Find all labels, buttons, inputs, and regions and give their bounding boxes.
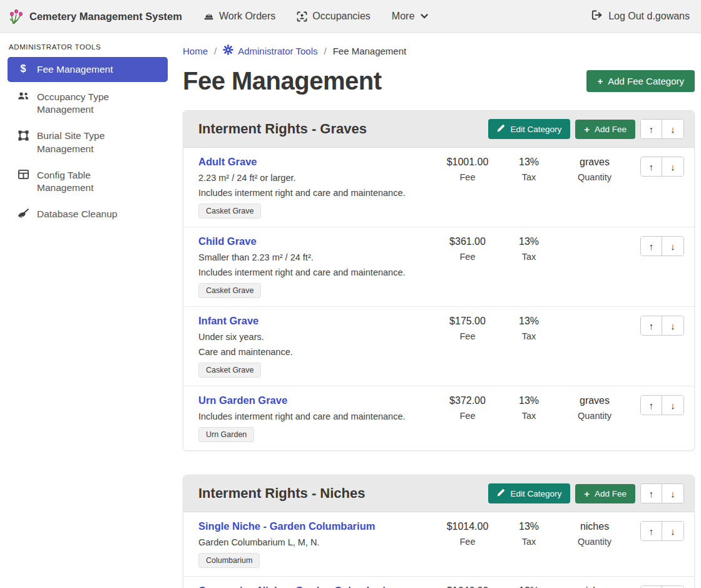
add-fee-category-button[interactable]: + Add Fee Category — [586, 70, 695, 92]
fee-amount: $1646.00 — [435, 585, 500, 588]
fee-name-link[interactable]: Single Niche - Garden Columbarium — [198, 520, 375, 532]
fee-name-link[interactable]: Urn Garden Grave — [198, 395, 287, 406]
breadcrumb-home-link[interactable]: Home — [183, 46, 208, 56]
plus-icon: + — [584, 125, 590, 134]
add-fee-button[interactable]: + Add Fee — [575, 120, 635, 139]
move-fee-down-button[interactable]: ↓ — [662, 522, 683, 540]
sidebar-item-occupancy-type-management[interactable]: Occupancy Type Management — [8, 86, 168, 121]
fee-row: Single Niche - Garden Columbarium Garden… — [183, 512, 694, 577]
move-fee-up-button[interactable]: ↑ — [641, 316, 662, 335]
fee-name-link[interactable]: Companion Niche - Garden Columbarium — [198, 585, 401, 588]
fee-description: 2.23 m² / 24 ft² or larger. — [198, 173, 429, 183]
fee-name-link[interactable]: Infant Grave — [198, 315, 258, 327]
fee-row: Adult Grave 2.23 m² / 24 ft² or larger. … — [183, 148, 694, 227]
sidebar-item-label: Fee Management — [37, 63, 113, 76]
occupancies-frame-person-icon — [297, 11, 307, 22]
plus-icon: + — [584, 489, 590, 498]
fee-quantity: graves — [558, 157, 632, 168]
fee-tax: 13% — [500, 236, 558, 247]
category-reorder-group: ↑ ↓ — [640, 119, 684, 139]
nav-links: Work Orders Occupancies More — [203, 11, 428, 22]
gear-icon — [223, 44, 233, 57]
fee-amount-label: Fee — [435, 537, 500, 547]
fee-name-link[interactable]: Child Grave — [198, 235, 257, 247]
nav-occupancies[interactable]: Occupancies — [297, 11, 371, 22]
fee-type-badge: Casket Grave — [198, 204, 261, 219]
move-category-up-button[interactable]: ↑ — [641, 484, 662, 503]
sidebar-item-label: Config Table Management — [37, 169, 147, 194]
fee-quantity: niches — [558, 585, 632, 588]
fee-row: Infant Grave Under six years. Care and m… — [183, 307, 694, 386]
fee-tax-label: Tax — [500, 172, 558, 182]
move-fee-up-button[interactable]: ↑ — [641, 237, 662, 255]
sidebar-item-config-table-management[interactable]: Config Table Management — [8, 164, 168, 199]
breadcrumb-admin-tools-link[interactable]: Administrator Tools — [223, 44, 317, 57]
fee-amount: $361.00 — [435, 236, 500, 247]
breadcrumb: Home / Administrator Tools / Fee Manag — [183, 44, 695, 57]
fee-tax-label: Tax — [500, 331, 558, 341]
fee-quantity: niches — [558, 521, 632, 532]
fee-amount-label: Fee — [435, 331, 500, 341]
fee-tax-label: Tax — [500, 537, 558, 547]
breadcrumb-current: Fee Management — [333, 46, 407, 56]
sidebar-item-fee-management[interactable]: $ Fee Management — [8, 57, 168, 82]
fee-amount: $1001.00 — [435, 157, 500, 168]
fee-quantity-label: Quantity — [558, 172, 632, 182]
sidebar-item-label: Burial Site Type Management — [37, 130, 147, 155]
fee-quantity-label: Quantity — [558, 537, 632, 547]
move-fee-up-button[interactable]: ↑ — [641, 396, 662, 415]
sidebar-item-burial-site-type-management[interactable]: Burial Site Type Management — [8, 125, 168, 160]
move-fee-up-button[interactable]: ↑ — [641, 157, 662, 176]
fee-description: Smaller than 2.23 m² / 24 ft². — [198, 252, 429, 262]
category-reorder-group: ↑ ↓ — [640, 483, 684, 503]
fee-name-link[interactable]: Adult Grave — [198, 156, 257, 168]
breadcrumb-separator: / — [214, 46, 217, 56]
table-icon — [16, 170, 30, 179]
fee-description: Includes interment right and care and ma… — [198, 411, 429, 421]
move-category-down-button[interactable]: ↓ — [662, 120, 683, 138]
move-fee-down-button[interactable]: ↓ — [662, 396, 683, 415]
pencil-icon — [497, 488, 505, 498]
edit-category-button[interactable]: Edit Category — [488, 483, 570, 503]
fee-tax: 13% — [500, 395, 558, 406]
fee-amount-label: Fee — [435, 411, 500, 421]
category-title: Interment Rights - Graves — [198, 121, 488, 137]
vector-square-icon — [16, 130, 30, 141]
fee-amount: $1014.00 — [435, 521, 500, 532]
sidebar-item-label: Occupancy Type Management — [37, 91, 147, 116]
edit-category-label: Edit Category — [510, 489, 561, 498]
add-fee-button[interactable]: + Add Fee — [575, 484, 635, 503]
app-brand[interactable]: Cemetery Management System — [8, 6, 182, 27]
top-navbar: Cemetery Management System Work Orders — [0, 0, 701, 33]
sign-out-icon — [591, 10, 603, 23]
logout-label: Log Out d.gowans — [608, 11, 690, 22]
fee-reorder-group: ↑ ↓ — [640, 157, 684, 177]
hard-hat-icon — [203, 11, 214, 21]
fee-tax: 13% — [500, 585, 558, 588]
move-fee-down-button[interactable]: ↓ — [662, 316, 683, 335]
move-fee-up-button[interactable]: ↑ — [641, 522, 662, 540]
fee-row: Child Grave Smaller than 2.23 m² / 24 ft… — [183, 227, 694, 307]
edit-category-button[interactable]: Edit Category — [488, 119, 570, 139]
broom-icon — [16, 209, 30, 219]
move-category-up-button[interactable]: ↑ — [641, 120, 662, 138]
fee-type-badge: Columbarium — [198, 553, 260, 568]
fee-tax-label: Tax — [500, 252, 558, 262]
pencil-icon — [497, 124, 505, 134]
sidebar-item-database-cleanup[interactable]: Database Cleanup — [8, 203, 168, 225]
fee-reorder-group: ↑ ↓ — [640, 521, 684, 541]
move-fee-down-button[interactable]: ↓ — [662, 157, 683, 176]
nav-more[interactable]: More — [392, 11, 428, 22]
fee-type-badge: Casket Grave — [198, 363, 261, 378]
category-header: Interment Rights - Niches Edit Category … — [183, 475, 694, 512]
fee-description: Garden Columbarium L, M, N. — [198, 537, 429, 547]
fee-reorder-group: ↑ ↓ — [640, 236, 684, 256]
sidebar-item-label: Database Cleanup — [37, 208, 117, 220]
move-category-down-button[interactable]: ↓ — [662, 484, 683, 503]
breadcrumb-separator: / — [324, 46, 326, 56]
logout-button[interactable]: Log Out d.gowans — [591, 10, 690, 23]
move-fee-down-button[interactable]: ↓ — [662, 237, 683, 255]
category-title: Interment Rights - Niches — [198, 485, 488, 502]
nav-work-orders[interactable]: Work Orders — [203, 11, 275, 22]
fee-quantity-label: Quantity — [558, 411, 632, 421]
